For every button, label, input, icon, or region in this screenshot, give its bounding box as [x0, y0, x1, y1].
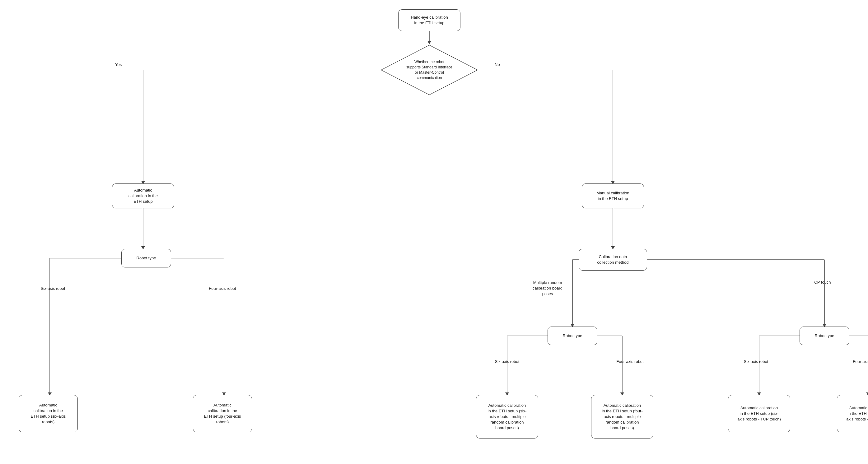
- auto-eth-node: Automatic calibration in the ETH setup: [112, 184, 174, 208]
- robot-type-tcp-node: Robot type: [800, 327, 849, 345]
- auto-six-tcp-label: Automatic calibration in the ETH setup (…: [737, 405, 781, 422]
- root-label: Hand-eye calibration in the ETH setup: [411, 14, 448, 26]
- root-node: Hand-eye calibration in the ETH setup: [398, 9, 460, 31]
- auto-six-label: Automatic calibration in the ETH setup (…: [31, 402, 66, 425]
- tcp-touch-label: TCP touch: [803, 280, 840, 285]
- yes-label: Yes: [115, 62, 122, 67]
- flowchart-container: Hand-eye calibration in the ETH setup Wh…: [0, 0, 868, 464]
- manual-eth-node: Manual calibration in the ETH setup: [582, 184, 644, 208]
- auto-four-label: Automatic calibration in the ETH setup (…: [204, 402, 241, 425]
- robot-type-multi-label: Robot type: [563, 333, 582, 339]
- robot-type-auto-label: Robot type: [136, 255, 156, 261]
- auto-four-tcp-label: Automatic calibration in the ETH setup (…: [846, 405, 868, 422]
- auto-six-multi-label: Automatic calibration in the ETH setup (…: [488, 403, 527, 431]
- six-axis-label-3: Six-axis robot: [737, 359, 775, 364]
- auto-four-multi-label: Automatic calibration in the ETH setup (…: [602, 403, 643, 431]
- decision-diamond: Whether the robot supports Standard Inte…: [379, 43, 479, 96]
- decision-label: Whether the robot supports Standard Inte…: [394, 59, 465, 80]
- auto-six-multi-node: Automatic calibration in the ETH setup (…: [476, 395, 538, 438]
- robot-type-multi-node: Robot type: [548, 327, 597, 345]
- auto-six-node: Automatic calibration in the ETH setup (…: [19, 395, 78, 432]
- no-label: No: [495, 62, 500, 67]
- manual-eth-label: Manual calibration in the ETH setup: [596, 190, 629, 201]
- six-axis-label-2: Six-axis robot: [489, 359, 526, 364]
- auto-four-node: Automatic calibration in the ETH setup (…: [193, 395, 252, 432]
- robot-type-auto-node: Robot type: [121, 249, 171, 267]
- auto-six-tcp-node: Automatic calibration in the ETH setup (…: [728, 395, 790, 432]
- four-axis-label-1: Four-axis robot: [202, 286, 243, 291]
- auto-four-tcp-node: Automatic calibration in the ETH setup (…: [837, 395, 868, 432]
- six-axis-label-1: Six-axis robot: [34, 286, 71, 291]
- robot-type-tcp-label: Robot type: [815, 333, 834, 339]
- calib-data-label: Calibration data collection method: [597, 254, 628, 265]
- auto-four-multi-node: Automatic calibration in the ETH setup (…: [591, 395, 653, 438]
- multiple-random-label: Multiple random calibration board poses: [523, 280, 572, 297]
- calib-data-node: Calibration data collection method: [579, 249, 647, 271]
- four-axis-label-2: Four-axis robot: [610, 359, 650, 364]
- four-axis-label-3: Four-axis robot: [846, 359, 868, 364]
- auto-eth-label: Automatic calibration in the ETH setup: [128, 188, 158, 205]
